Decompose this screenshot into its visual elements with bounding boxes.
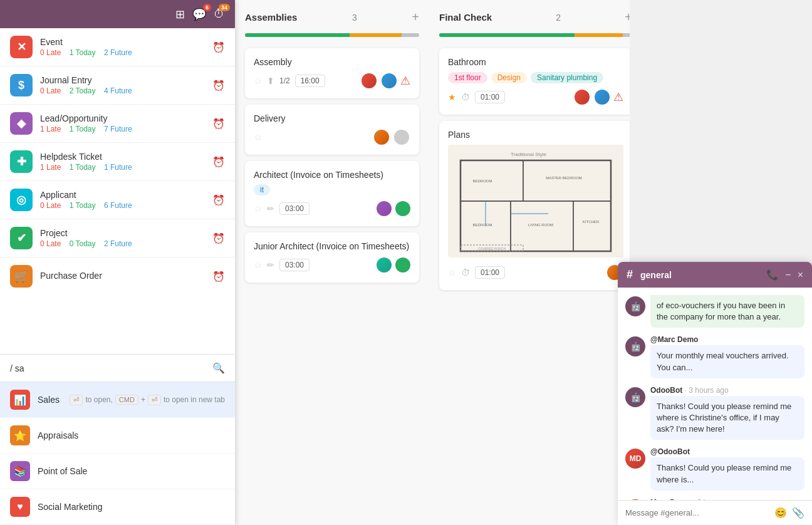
app-icon: 📊	[10, 390, 30, 410]
progress-gray	[623, 33, 630, 37]
activity-name: Lead/Opportunity	[40, 113, 212, 123]
card-avatars: ⚠	[360, 72, 410, 90]
edit-icon[interactable]: ✏	[267, 260, 274, 270]
app-icon: 📚	[10, 461, 30, 481]
activity-counts: 0 Late 0 Today 2 Future	[40, 239, 212, 248]
col-add-btn[interactable]: +	[412, 10, 419, 24]
app-name: Appraisals	[38, 430, 225, 440]
activity-icon-purchase: 🛒	[10, 265, 33, 288]
emoji-icon[interactable]: 😊	[774, 507, 787, 519]
app-icon: ♥	[10, 497, 30, 517]
chat-bubble: Thanks! Could you please remind me where…	[650, 457, 804, 490]
progress-orange	[575, 33, 623, 37]
activity-clock-icon[interactable]: ⏰	[212, 118, 225, 130]
activity-counts: 1 Late 1 Today 1 Future	[40, 163, 212, 172]
activity-clock-icon[interactable]: ⏰	[212, 194, 225, 206]
activity-item-event[interactable]: ✕ Event 0 Late 1 Today 2 Future ⏰	[0, 28, 235, 66]
star-icon[interactable]: ☆	[254, 204, 262, 214]
star-icon[interactable]: ☆	[448, 268, 456, 278]
activity-item-journal[interactable]: $ Journal Entry 0 Late 2 Today 4 Future …	[0, 66, 235, 105]
activity-name: Purchase Order	[40, 271, 212, 281]
activity-clock-icon[interactable]: ⏰	[212, 271, 225, 283]
count-future: 1 Future	[104, 163, 132, 172]
activity-clock-icon[interactable]: ⏰	[212, 41, 225, 53]
status-dot	[395, 257, 410, 273]
kanban-col-final-check: Final Check 2 + Bathroom 1st floor Desig…	[429, 0, 630, 525]
kanban-card[interactable]: Architect (Invoice on Timesheets) it ☆ ✏…	[245, 161, 419, 226]
star-icon[interactable]: ☆	[254, 132, 262, 142]
avatar	[360, 72, 378, 90]
message-content: of eco-vouchers if you have been in the …	[650, 295, 804, 328]
col-title: Final Check	[439, 12, 492, 23]
chat-bubble: Your monthly meal vouchers arrived. You …	[650, 345, 804, 378]
chat-message: 🤖 of eco-vouchers if you have been in th…	[625, 295, 804, 328]
attach-icon[interactable]: 📎	[792, 507, 804, 519]
bot-avatar: 🤖	[625, 336, 645, 356]
activity-info: Applicant 0 Late 1 Today 6 Future	[40, 190, 212, 210]
chat-icon[interactable]: 💬 6	[192, 8, 206, 21]
kanban-card-plans[interactable]: Plans Traditional Style	[439, 121, 630, 290]
count-late: 0 Late	[40, 201, 61, 210]
message-content: @OdooBot Thanks! Could you please remind…	[650, 447, 804, 490]
card-title: Architect (Invoice on Timesheets)	[254, 170, 383, 180]
top-bar: ⊞ 💬 6 ⏱ 34	[0, 0, 235, 28]
count-today: 2 Today	[70, 86, 96, 95]
star-icon[interactable]: ★	[448, 92, 456, 102]
activity-info: Lead/Opportunity 1 Late 1 Today 7 Future	[40, 113, 212, 133]
activity-item-purchase[interactable]: 🛒 Purchase Order ⏰	[0, 257, 235, 295]
tag-plumbing: Sanitary plumbing	[531, 72, 603, 83]
time-badge: 01:00	[475, 266, 505, 279]
activity-counts: 0 Late 1 Today 2 Future	[40, 48, 212, 57]
svg-text:LIVING ROOM: LIVING ROOM	[528, 223, 553, 227]
time-badge: 16:00	[295, 75, 325, 87]
kanban-card[interactable]: Junior Architect (Invoice on Timesheets)…	[245, 232, 419, 283]
phone-icon[interactable]: 📞	[766, 269, 779, 281]
activity-item-applicant[interactable]: ◎ Applicant 0 Late 1 Today 6 Future ⏰	[0, 181, 235, 219]
activity-item-helpdesk[interactable]: ✚ Helpdesk Ticket 1 Late 1 Today 1 Futur…	[0, 143, 235, 181]
warning-icon: ⚠	[400, 74, 410, 88]
star-icon[interactable]: ☆	[254, 76, 262, 86]
count-today: 0 Today	[70, 239, 96, 248]
action-icon[interactable]: ⬆	[267, 76, 274, 86]
card-title: Junior Architect (Invoice on Timesheets)	[254, 241, 410, 251]
activity-icon-journal: $	[10, 74, 33, 96]
clock-action-icon[interactable]: ⏱	[461, 92, 470, 102]
activity-clock-icon[interactable]: ⏰	[212, 232, 225, 244]
col-add-btn[interactable]: +	[625, 10, 630, 24]
card-tag: it	[254, 184, 270, 195]
count-late: 0 Late	[40, 48, 61, 57]
chat-bubble: Thanks! Could you please remind me where…	[650, 396, 804, 440]
bot-avatar: 🤖	[625, 296, 645, 316]
minimize-icon[interactable]: −	[785, 269, 791, 281]
search-bar: 🔍	[0, 354, 235, 382]
card-avatars	[373, 128, 410, 146]
clock-icon[interactable]: ⏱ 34	[214, 8, 225, 21]
clock-action-icon[interactable]: ⏱	[461, 268, 470, 278]
activity-item-project[interactable]: ✔ Project 0 Late 0 Today 2 Future ⏰	[0, 219, 235, 257]
star-icon[interactable]: ☆	[254, 260, 262, 270]
activity-item-lead[interactable]: ◆ Lead/Opportunity 1 Late 1 Today 7 Futu…	[0, 105, 235, 143]
edit-icon[interactable]: ✏	[267, 204, 274, 214]
chat-bubble: of eco-vouchers if you have been in the …	[650, 295, 804, 328]
search-icon[interactable]: 🔍	[212, 362, 225, 374]
activity-counts: 0 Late 1 Today 6 Future	[40, 201, 212, 210]
search-result-point-of-sale[interactable]: 📚 Point of Sale	[0, 454, 235, 489]
search-result-sales[interactable]: 📊 Sales ⏎ to open, CMD + ⏎ to open in ne…	[0, 382, 235, 418]
kanban-card[interactable]: Assembly ☆ ⬆ 1/2 16:00 ⚠	[245, 48, 419, 98]
close-icon[interactable]: ×	[798, 269, 803, 281]
grid-icon[interactable]: ⊞	[175, 8, 185, 21]
kanban-card-bathroom[interactable]: Bathroom 1st floor Design Sanitary plumb…	[439, 48, 630, 115]
activity-clock-icon[interactable]: ⏰	[212, 80, 225, 91]
card-title: Plans	[448, 130, 623, 140]
card-avatars: ⚠	[573, 88, 623, 106]
count-today: 1 Today	[70, 48, 96, 57]
kanban-card[interactable]: Delivery ☆	[245, 105, 419, 155]
chat-input[interactable]	[625, 508, 769, 517]
search-input[interactable]	[10, 363, 212, 373]
card-footer: ☆ ✏ 03:00	[254, 256, 410, 274]
progress-green	[245, 33, 350, 37]
search-result-social-marketing[interactable]: ♥ Social Marketing	[0, 489, 235, 525]
search-result-appraisals[interactable]: ⭐ Appraisals	[0, 418, 235, 454]
app-icon: ⭐	[10, 425, 30, 445]
activity-clock-icon[interactable]: ⏰	[212, 156, 225, 168]
